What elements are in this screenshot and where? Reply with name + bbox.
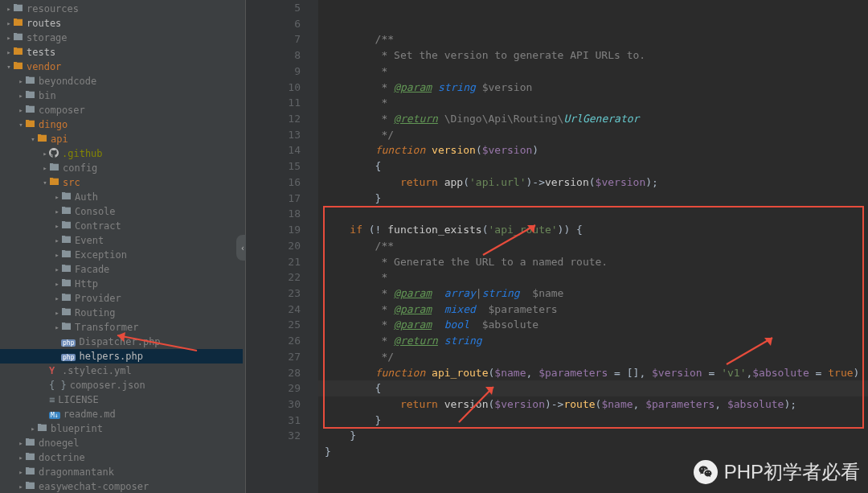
chevron-icon[interactable]: ▸ — [53, 309, 61, 317]
chevron-icon[interactable]: ▸ — [53, 251, 61, 259]
tree-item--styleci-yml[interactable]: Y.styleci.yml — [0, 364, 243, 378]
wechat-icon — [694, 460, 718, 484]
chevron-icon[interactable]: ▸ — [53, 193, 61, 201]
code-editor[interactable]: 5678910111213141516171819202122232425262… — [246, 0, 868, 493]
tree-item-dragonmantank[interactable]: ▸dragonmantank — [0, 465, 243, 479]
code-line: return app('api.url')->version($version)… — [318, 175, 868, 191]
tree-item-LICENSE[interactable]: ≡LICENSE — [0, 392, 243, 407]
chevron-icon[interactable]: ▸ — [17, 468, 25, 476]
chevron-icon[interactable]: ▸ — [41, 164, 49, 172]
chevron-icon[interactable]: ▸ — [53, 294, 61, 302]
tree-item-Transformer[interactable]: ▸Transformer — [0, 320, 243, 335]
tree-label: Dispatcher.php — [79, 336, 160, 347]
tree-item-easywechat-composer[interactable]: ▸easywechat-composer — [0, 479, 243, 493]
chevron-icon[interactable]: ▾ — [41, 179, 49, 187]
tree-item-Contract[interactable]: ▸Contract — [0, 219, 243, 233]
folder-icon — [13, 18, 23, 29]
tree-item-helpers-php[interactable]: phphelpers.php — [0, 349, 243, 364]
folder-icon — [61, 235, 72, 246]
tree-label: storage — [27, 32, 68, 43]
line-number: 10 — [246, 80, 301, 96]
chevron-icon[interactable]: ▸ — [53, 207, 61, 216]
tree-item-composer[interactable]: ▸composer — [0, 103, 243, 117]
tree-label: composer — [39, 105, 85, 116]
tree-item-Provider[interactable]: ▸Provider — [0, 291, 243, 306]
chevron-icon[interactable]: ▸ — [53, 280, 61, 288]
chevron-icon[interactable]: ▸ — [53, 265, 61, 273]
tree-item-blueprint[interactable]: ▸blueprint — [0, 421, 243, 436]
tree-item-bin[interactable]: ▸bin — [0, 88, 243, 103]
tree-label: Contract — [75, 220, 121, 232]
chevron-icon[interactable]: ▸ — [17, 454, 25, 462]
chevron-icon[interactable]: ▸ — [53, 323, 61, 331]
tree-item-vendor[interactable]: ▾vendor — [0, 60, 243, 74]
chevron-icon[interactable]: ▾ — [29, 135, 37, 143]
tree-item-storage[interactable]: ▸storage — [0, 31, 243, 45]
chevron-icon[interactable]: ▸ — [5, 19, 13, 27]
line-number: 9 — [246, 64, 301, 80]
chevron-icon[interactable]: ▸ — [5, 5, 13, 13]
tree-item-readme-md[interactable]: M↓readme.md — [0, 407, 243, 421]
line-number: 22 — [246, 269, 301, 286]
tree-label: dingo — [39, 119, 68, 130]
tree-label: helpers.php — [79, 351, 142, 362]
line-number: 17 — [246, 191, 301, 207]
chevron-icon[interactable]: ▸ — [17, 92, 25, 100]
tree-label: config — [63, 162, 97, 174]
tree-item-routes[interactable]: ▸routes — [0, 16, 243, 31]
chevron-icon[interactable]: ▸ — [5, 48, 13, 56]
chevron-icon[interactable]: ▸ — [53, 222, 61, 230]
tree-label: beyondcode — [39, 76, 96, 87]
folder-icon — [61, 220, 72, 232]
tree-item-composer-json[interactable]: { }composer.json — [0, 378, 243, 392]
tree-item-Facade[interactable]: ▸Facade — [0, 262, 243, 277]
folder-icon — [25, 119, 35, 130]
tree-item-dingo[interactable]: ▾dingo — [0, 117, 243, 132]
yml-file-icon: Y — [49, 365, 59, 376]
tree-item-resources[interactable]: ▸resources — [0, 2, 243, 16]
tree-item-src[interactable]: ▾src — [0, 175, 243, 190]
chevron-icon[interactable]: ▸ — [29, 425, 37, 433]
tree-item-doctrine[interactable]: ▸doctrine — [0, 450, 243, 465]
chevron-icon[interactable]: ▸ — [5, 34, 13, 42]
tree-label: Auth — [75, 191, 98, 203]
chevron-icon[interactable]: ▸ — [41, 150, 49, 158]
line-number: 23 — [246, 286, 301, 302]
chevron-icon[interactable]: ▸ — [53, 236, 61, 244]
tree-label: dnoegel — [39, 438, 80, 449]
tree-item-Auth[interactable]: ▸Auth — [0, 190, 243, 204]
line-number: 21 — [246, 254, 301, 270]
tree-item-dnoegel[interactable]: ▸dnoegel — [0, 436, 243, 450]
folder-icon — [37, 423, 47, 434]
php-file-icon: php — [61, 351, 76, 362]
tree-item-tests[interactable]: ▸tests — [0, 45, 243, 60]
tree-label: tests — [27, 47, 55, 58]
tree-item-Exception[interactable]: ▸Exception — [0, 248, 243, 262]
chevron-icon[interactable]: ▸ — [17, 483, 25, 491]
tree-label: src — [63, 177, 80, 188]
tree-label: Exception — [75, 249, 127, 261]
chevron-icon[interactable]: ▸ — [17, 106, 25, 114]
tree-item-beyondcode[interactable]: ▸beyondcode — [0, 74, 243, 88]
tree-item-Dispatcher-php[interactable]: phpDispatcher.php — [0, 335, 243, 349]
folder-icon — [37, 134, 47, 145]
tree-item-Http[interactable]: ▸Http — [0, 277, 243, 291]
tree-item-Console[interactable]: ▸Console — [0, 204, 243, 219]
watermark-text: PHP初学者必看 — [724, 459, 860, 485]
line-number: 32 — [246, 428, 301, 444]
tree-item-Event[interactable]: ▸Event — [0, 233, 243, 248]
code-line: } — [318, 191, 868, 207]
line-number: 12 — [246, 111, 301, 127]
tree-item-config[interactable]: ▸config — [0, 161, 243, 175]
chevron-icon[interactable]: ▸ — [17, 439, 25, 447]
chevron-icon[interactable]: ▾ — [5, 63, 13, 71]
tree-label: Event — [75, 235, 104, 246]
chevron-icon[interactable]: ▾ — [17, 121, 25, 129]
tree-label: Facade — [75, 264, 109, 275]
tree-item--github[interactable]: ▸.github — [0, 146, 243, 161]
line-number: 8 — [246, 47, 301, 64]
tree-item-Routing[interactable]: ▸Routing — [0, 306, 243, 320]
chevron-icon[interactable]: ▸ — [17, 77, 25, 85]
tree-item-api[interactable]: ▾api — [0, 132, 243, 146]
file-tree-sidebar[interactable]: ▸resources▸routes▸storage▸tests▾vendor▸b… — [0, 0, 243, 493]
